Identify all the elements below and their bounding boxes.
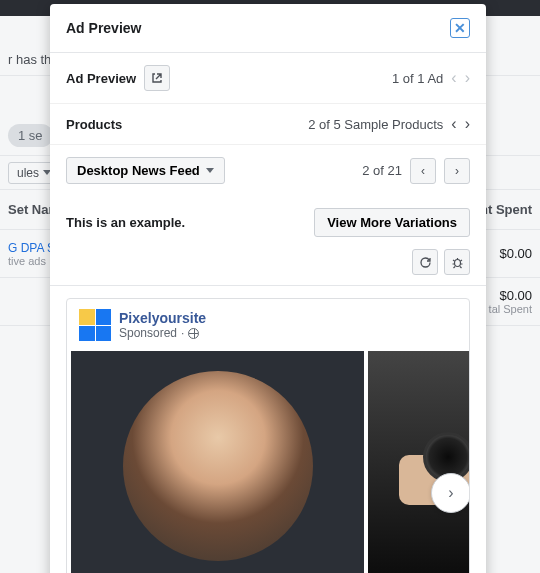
example-text: This is an example. [66,215,185,230]
close-button[interactable]: ✕ [450,18,470,38]
product-image [123,371,313,561]
carousel-item[interactable]: Sed ultrices netus Ad enim odio mi condi… [71,351,364,573]
modal-title: Ad Preview [66,20,141,36]
carousel-next-button[interactable]: › [431,473,470,513]
carousel-item[interactable]: Cum fames a cras dictumst Nam venenatis … [368,351,470,573]
refresh-button[interactable] [412,249,438,275]
bg-amount-2: $0.00 [489,288,532,303]
products-counter: 2 of 5 Sample Products [308,117,443,132]
debug-button[interactable] [444,249,470,275]
bg-col-spent: nt Spent [480,202,532,217]
product-image [368,351,470,573]
next-format-button[interactable]: › [444,158,470,184]
prev-product-button[interactable]: ‹ [451,116,456,132]
svg-point-0 [454,259,460,266]
bg-rules-label: ules [17,166,39,180]
bg-amount-2-sub: tal Spent [489,303,532,315]
bg-amount-1: $0.00 [499,246,532,261]
open-external-button[interactable] [144,65,170,91]
external-link-icon [151,72,163,84]
products-label: Products [66,117,122,132]
close-icon: ✕ [454,20,466,36]
bug-icon [451,256,464,269]
page-logo[interactable] [79,309,111,341]
ad-card: Pixelyoursite Sponsored · Sed ultrices n… [66,298,470,573]
ad-counter: 1 of 1 Ad [392,71,443,86]
refresh-icon [419,256,432,269]
next-ad-button[interactable]: › [465,70,470,86]
bg-selection-pill[interactable]: 1 se [8,124,53,147]
page-name-link[interactable]: Pixelyoursite [119,310,206,326]
format-dropdown[interactable]: Desktop News Feed [66,157,225,184]
prev-ad-button[interactable]: ‹ [451,70,456,86]
next-product-button[interactable]: › [465,116,470,132]
chevron-right-icon: › [448,485,453,501]
prev-format-button[interactable]: ‹ [410,158,436,184]
sponsored-label: Sponsored · [119,326,206,340]
ad-preview-label: Ad Preview [66,71,136,86]
format-dropdown-label: Desktop News Feed [77,163,200,178]
ad-preview-modal: Ad Preview ✕ Ad Preview 1 of 1 Ad ‹ › Pr… [50,4,486,573]
globe-icon [188,328,199,339]
caret-down-icon [206,168,214,173]
view-more-variations-button[interactable]: View More Variations [314,208,470,237]
format-counter: 2 of 21 [362,163,402,178]
